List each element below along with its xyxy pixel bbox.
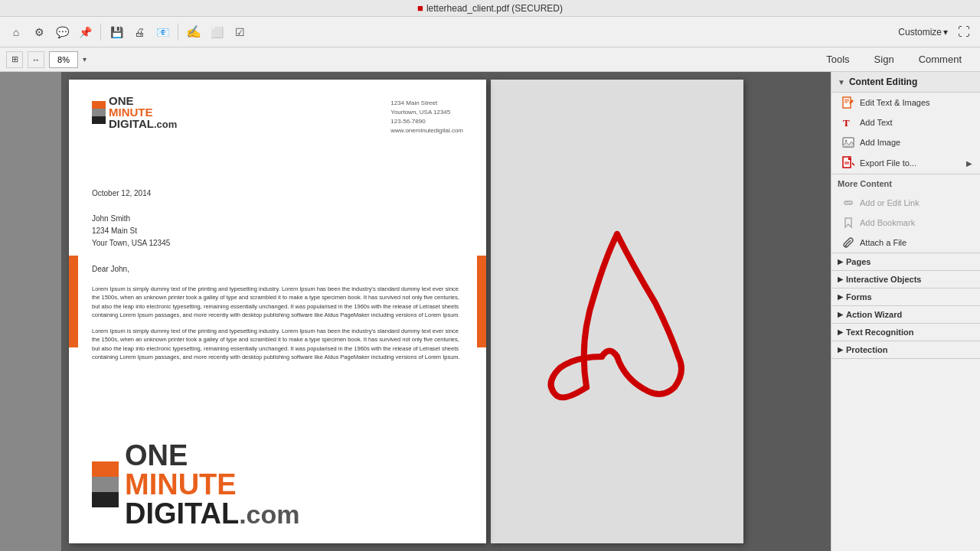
- orange-bar-right: [477, 256, 486, 347]
- toolbar-print-btn[interactable]: 🖨: [129, 22, 149, 42]
- tab-sign[interactable]: Sign: [862, 47, 906, 72]
- adobe-logo: [533, 204, 701, 420]
- logo-lg-orange: [92, 461, 119, 477]
- logo-blocks-small: [92, 101, 106, 124]
- edit-text-images-label: Edit Text & Images: [860, 98, 930, 107]
- logo-minute-lg: MINUTE: [125, 470, 300, 499]
- content-editing-header[interactable]: ▼ Content Editing: [831, 72, 980, 93]
- add-bookmark-icon: [842, 217, 854, 229]
- add-edit-link-icon: [842, 197, 854, 209]
- add-edit-link-item[interactable]: Add or Edit Link: [831, 193, 980, 213]
- export-file-label: Export File to...: [860, 158, 916, 168]
- logo-page: [491, 80, 743, 543]
- logo-black-block-sm: [92, 116, 106, 124]
- export-file-item[interactable]: Export File to... ▶: [831, 152, 980, 174]
- customize-label: Customize: [898, 27, 942, 37]
- svg-line-10: [852, 163, 854, 165]
- toolbar-expand-btn[interactable]: ⛶: [954, 22, 974, 42]
- forms-collapse-icon: ▶: [838, 293, 843, 301]
- toolbar-sign-btn[interactable]: ✍: [184, 22, 204, 42]
- pdf-icon: ■: [417, 2, 423, 14]
- toolbar-sep-1: [100, 24, 101, 41]
- logo-text-sm: ONE MINUTE DIGITAL.com: [109, 95, 177, 129]
- logo-lg-gray: [92, 477, 119, 492]
- address-block: 1234 Main Street Yourtown, USA 12345 123…: [390, 99, 463, 135]
- add-text-item[interactable]: T Add Text: [831, 112, 980, 132]
- action-wizard-section: ▶ Action Wizard: [831, 306, 980, 324]
- logo-lg-black: [92, 492, 119, 507]
- edit-text-images-item[interactable]: Edit Text & Images: [831, 93, 980, 112]
- fit-page-btn[interactable]: ⊞: [6, 51, 23, 68]
- more-content-section: More Content Add or Edit Link Add Bookma…: [831, 174, 980, 253]
- text-recognition-section: ▶ Text Recognition: [831, 324, 980, 341]
- add-bookmark-item[interactable]: Add Bookmark: [831, 213, 980, 233]
- export-file-left: Export File to...: [842, 156, 916, 170]
- add-image-item[interactable]: Add Image: [831, 132, 980, 152]
- toolbar-email-btn[interactable]: 📧: [152, 22, 172, 42]
- logo-blocks-large: [92, 461, 119, 507]
- logo-one-lg: ONE: [125, 441, 300, 470]
- svg-point-6: [845, 140, 848, 142]
- tab-comment[interactable]: Comment: [906, 47, 974, 72]
- address-street: 1234 Main Street: [390, 99, 463, 108]
- content-area: ONE MINUTE DIGITAL.com 1234 Main Street …: [61, 72, 831, 551]
- logo-text-large: ONE MINUTE DIGITAL.com: [125, 441, 300, 528]
- recipient-city: Your Town, USA 12345: [92, 237, 463, 249]
- toolbar: ⌂ ⚙ 💬 📌 💾 🖨 📧 ✍ ⬜ ☑ Customize ▾ ⛶: [0, 17, 980, 47]
- toolbar-stamp-btn[interactable]: ⬜: [207, 22, 227, 42]
- toolbar-settings-btn[interactable]: ⚙: [29, 22, 49, 42]
- content-editing-section: ▼ Content Editing Edit Text & Images T A…: [831, 72, 980, 174]
- customize-btn[interactable]: Customize ▾: [898, 27, 948, 37]
- body-text: Lorem Ipsum is simply dummy text of the …: [92, 285, 463, 361]
- pages-header[interactable]: ▶ Pages: [831, 253, 980, 270]
- logo-orange-block-sm: [92, 101, 106, 109]
- address-city: Yourtown, USA 12345: [390, 108, 463, 117]
- zoom-dropdown-icon[interactable]: ▾: [83, 55, 87, 64]
- toolbar-home-btn[interactable]: ⌂: [6, 22, 26, 42]
- toolbar-sticky-btn[interactable]: 📌: [75, 22, 95, 42]
- logo-one-sm: ONE: [109, 95, 177, 106]
- fit-width-btn[interactable]: ↔: [28, 51, 44, 68]
- body-paragraph-1: Lorem Ipsum is simply dummy text of the …: [92, 285, 463, 319]
- more-content-label: More Content: [838, 179, 892, 188]
- protection-label: Protection: [846, 345, 887, 354]
- more-content-header: More Content: [831, 174, 980, 193]
- attach-file-item[interactable]: Attach a File: [831, 233, 980, 253]
- customize-chevron-icon: ▾: [943, 27, 948, 37]
- pages-section: ▶ Pages: [831, 253, 980, 271]
- forms-label: Forms: [846, 292, 872, 302]
- zoom-input[interactable]: 8%: [49, 51, 78, 68]
- add-image-label: Add Image: [860, 138, 900, 147]
- forms-header[interactable]: ▶ Forms: [831, 289, 980, 305]
- logo-gray-block-sm: [92, 109, 106, 116]
- toolbar-comment-btn[interactable]: 💬: [52, 22, 72, 42]
- main-area: ONE MINUTE DIGITAL.com 1234 Main Street …: [0, 72, 980, 551]
- nav-tabs: Tools Sign Comment: [814, 47, 974, 72]
- forms-section: ▶ Forms: [831, 289, 980, 306]
- add-text-label: Add Text: [860, 118, 893, 127]
- text-recognition-label: Text Recognition: [846, 328, 913, 337]
- export-file-arrow-icon: ▶: [966, 159, 972, 168]
- address-website: www.oneminutedigital.com: [390, 126, 463, 135]
- logo-small: ONE MINUTE DIGITAL.com: [92, 95, 177, 129]
- protection-header[interactable]: ▶ Protection: [831, 341, 980, 358]
- action-wizard-header[interactable]: ▶ Action Wizard: [831, 306, 980, 323]
- logo-digital-sm: DIGITAL.com: [109, 118, 177, 129]
- tab-tools[interactable]: Tools: [814, 47, 861, 72]
- text-recognition-collapse-icon: ▶: [838, 328, 843, 336]
- pdf-page: ONE MINUTE DIGITAL.com 1234 Main Street …: [69, 80, 486, 543]
- toolbar-check-btn[interactable]: ☑: [230, 22, 250, 42]
- content-editing-label: Content Editing: [849, 77, 917, 87]
- interactive-objects-header[interactable]: ▶ Interactive Objects: [831, 271, 980, 288]
- interactive-objects-label: Interactive Objects: [846, 275, 921, 284]
- toolbar-save-btn[interactable]: 💾: [106, 22, 126, 42]
- zoom-bar: ⊞ ↔ 8% ▾ Tools Sign Comment: [0, 47, 980, 72]
- address-phone: 123-56-7890: [390, 117, 463, 126]
- recipient-street: 1234 Main St: [92, 225, 463, 237]
- protection-collapse-icon: ▶: [838, 346, 843, 354]
- text-recognition-header[interactable]: ▶ Text Recognition: [831, 324, 980, 341]
- pages-collapse-icon: ▶: [838, 258, 843, 266]
- right-panel: ▼ Content Editing Edit Text & Images T A…: [831, 72, 980, 551]
- attach-file-label: Attach a File: [860, 238, 906, 247]
- attach-file-icon: [842, 236, 854, 249]
